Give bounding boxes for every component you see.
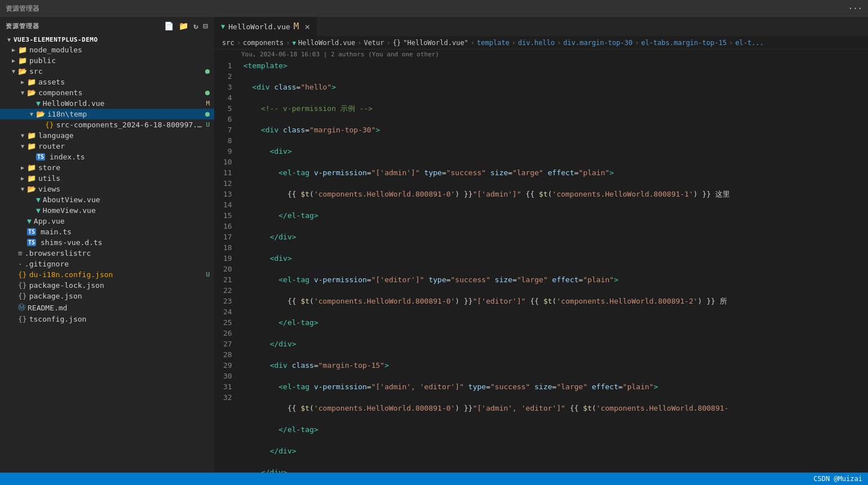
bc-src: src — [222, 39, 234, 47]
no-arrow — [9, 316, 18, 322]
sidebar-item-index-ts[interactable]: TS index.ts — [0, 152, 214, 162]
sidebar-item-gitignore[interactable]: · .gitignore — [0, 259, 214, 269]
bc-helloworld-quoted: "HelloWorld.vue" — [403, 39, 468, 47]
no-arrow — [18, 218, 27, 224]
code-line-3: <!-- v-permission 示例 --> — [243, 103, 863, 114]
shims-vue-dts-label: shims-vue.d.ts — [41, 238, 214, 247]
src-components-json-label: src-components_2024-6-18-800997.js... — [56, 121, 206, 129]
tab-close-button[interactable]: × — [304, 21, 310, 32]
code-line-6: <el-tag v-permission="['admin']" type="s… — [243, 167, 863, 178]
folder-open-icon: 📂 — [27, 185, 36, 193]
folder-icon: 📁 — [27, 142, 36, 150]
sidebar-item-src[interactable]: ▼ 📂 src — [0, 66, 214, 77]
aboutview-vue-label: AboutView.vue — [43, 195, 214, 204]
arrow-icon: ▶ — [18, 164, 27, 171]
code-line-2: <div class="hello"> — [243, 82, 863, 92]
folder-icon: 📁 — [27, 174, 36, 183]
sidebar-item-assets[interactable]: ▶ 📁 assets — [0, 77, 214, 87]
sidebar-item-package-lock[interactable]: {} package-lock.json — [0, 280, 214, 291]
assets-label: assets — [38, 78, 214, 86]
sidebar-item-homeview-vue[interactable]: ▼ HomeView.vue — [0, 205, 214, 216]
code-line-16: <el-tag v-permission="['admin', 'editor'… — [243, 381, 863, 392]
sidebar-item-browserslistrc[interactable]: ≡ .browserslistrc — [0, 248, 214, 259]
sidebar-item-app-vue[interactable]: ▼ App.vue — [0, 216, 214, 226]
sidebar-item-public[interactable]: ▶ 📁 public — [0, 55, 214, 66]
code-editor[interactable]: <template> <div class="hello"> <!-- v-pe… — [239, 60, 868, 473]
sidebar-item-project-root[interactable]: ▼ VUE3-ELEMENTPLUS-DEMO — [0, 35, 214, 45]
status-bar-text: CSDN @Muizai — [813, 475, 862, 483]
browserslistrc-icon: ≡ — [18, 249, 23, 257]
vue-icon: ▼ — [36, 195, 41, 204]
bc-sep4: › — [387, 39, 391, 47]
gitignore-label: .gitignore — [25, 260, 214, 268]
views-label: views — [38, 185, 214, 193]
src-label: src — [29, 67, 205, 75]
new-folder-icon[interactable]: 📁 — [179, 21, 189, 30]
bc-sep3: › — [357, 39, 361, 47]
sidebar-item-utils[interactable]: ▶ 📁 utils — [0, 173, 214, 184]
json-gray2-icon: {} — [18, 292, 27, 300]
gitignore-icon: · — [18, 260, 23, 268]
node-modules-label: node_modules — [29, 46, 214, 54]
author-text: You, 2024-06-18 16:03 | 2 authors (You a… — [241, 51, 439, 58]
sidebar-item-components[interactable]: ▼ 📂 components — [0, 87, 214, 98]
bc-div-hello: div.hello — [518, 39, 555, 47]
bc-components: components — [243, 39, 284, 47]
utils-label: utils — [38, 174, 214, 183]
untracked-badge: U — [206, 271, 214, 278]
new-file-icon[interactable]: 📄 — [164, 21, 174, 30]
vue-icon: ▼ — [36, 206, 41, 215]
editor-area: ▼ HelloWorld.vue M × src › components › … — [214, 17, 868, 473]
arrow-icon: ▼ — [18, 143, 27, 149]
collapse-icon[interactable]: ⊟ — [203, 21, 209, 30]
sidebar-item-aboutview-vue[interactable]: ▼ AboutView.vue — [0, 194, 214, 205]
sidebar-item-package-json[interactable]: {} package.json — [0, 291, 214, 301]
sidebar-item-src-components-json[interactable]: {} src-components_2024-6-18-800997.js...… — [0, 119, 214, 130]
sidebar-item-language[interactable]: ▼ 📁 language — [0, 130, 214, 141]
json-orange-icon: {} — [18, 270, 27, 279]
modified-dot — [205, 69, 210, 74]
app-vue-label: App.vue — [34, 217, 214, 225]
sidebar-item-tsconfig[interactable]: {} tsconfig.json — [0, 314, 214, 324]
browserslistrc-label: .browserslistrc — [25, 249, 214, 257]
sidebar-item-router[interactable]: ▼ 📁 router — [0, 141, 214, 152]
sidebar-item-store[interactable]: ▶ 📁 store — [0, 162, 214, 173]
tab-helloworld-vue[interactable]: ▼ HelloWorld.vue M × — [214, 17, 317, 36]
ts-icon: TS — [27, 239, 36, 246]
bc-vetur: Vetur — [364, 39, 384, 47]
sidebar-item-du-i18n-config[interactable]: {} du-i18n.config.json U — [0, 269, 214, 280]
no-arrow — [27, 197, 36, 203]
vue-icon: ▼ — [27, 217, 32, 225]
folder-icon: 📁 — [18, 56, 27, 65]
vue-icon: ▼ — [36, 99, 41, 108]
bc-template: template — [477, 39, 510, 47]
package-json-label: package.json — [29, 292, 214, 300]
sidebar-item-helloworld-vue[interactable]: ▼ HelloWorld.vue M — [0, 98, 214, 109]
red-arrow-icon: ← — [0, 108, 1, 120]
more-icon[interactable]: ··· — [848, 4, 862, 13]
folder-open-icon: 📂 — [18, 67, 27, 75]
arrow-icon: ▼ — [18, 186, 27, 192]
arrow-icon: ▶ — [18, 175, 27, 181]
sidebar-item-i18n-temp[interactable]: ▼ 📂 i18n\temp ← — [0, 109, 214, 119]
sidebar-item-node-modules[interactable]: ▶ 📁 node_modules — [0, 45, 214, 55]
code-line-7: {{ $t('components.HelloWorld.800891-0') … — [243, 189, 863, 199]
title-bar-icons: ··· — [848, 4, 862, 13]
tab-vue-icon: ▼ — [221, 23, 225, 30]
sidebar-item-views[interactable]: ▼ 📂 views — [0, 184, 214, 194]
components-label: components — [38, 88, 205, 97]
main-layout: 资源管理器 📄 📁 ↻ ⊟ ▼ VUE3-ELEMENTPLUS-DEMO ▶ … — [0, 17, 868, 473]
sidebar-item-readme[interactable]: Ⓜ README.md — [0, 301, 214, 314]
i18n-temp-label: i18n\temp — [47, 110, 205, 118]
sidebar-title: 资源管理器 — [6, 22, 39, 30]
bc-sep5: › — [471, 39, 475, 47]
arrow-icon: ▶ — [9, 57, 18, 64]
refresh-icon[interactable]: ↻ — [193, 21, 198, 30]
sidebar-item-shims-vue-dts[interactable]: TS shims-vue.d.ts — [0, 237, 214, 248]
modified-dot — [205, 112, 210, 117]
homeview-vue-label: HomeView.vue — [43, 206, 214, 215]
code-container[interactable]: 12345 678910 1112131415 1617181920 21222… — [214, 60, 868, 473]
sidebar-header-icons: 📄 📁 ↻ ⊟ — [164, 21, 209, 30]
bc-sep8: › — [635, 39, 639, 47]
sidebar-item-main-ts[interactable]: TS main.ts — [0, 226, 214, 237]
